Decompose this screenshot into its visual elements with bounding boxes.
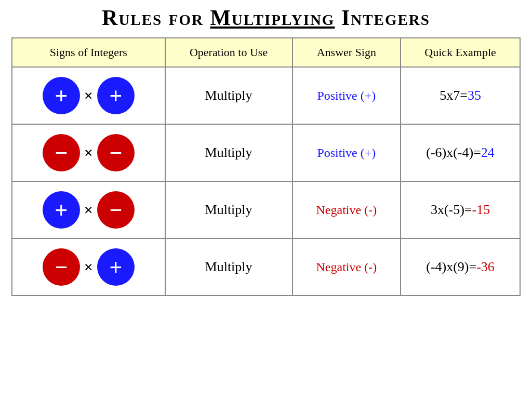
- example-cell-3: (-4)x(9)=-36: [401, 238, 520, 296]
- table-row: +×+MultiplyPositive (+)5x7=35: [12, 67, 520, 124]
- col-header-answer: Answer Sign: [292, 38, 401, 67]
- times-icon: ×: [84, 144, 93, 162]
- table-row: −×+MultiplyNegative (-)(-4)x(9)=-36: [12, 238, 520, 296]
- col-header-signs: Signs of Integers: [12, 38, 165, 67]
- col-header-operation: Operation to Use: [165, 38, 292, 67]
- example-text-0: 5x7=35: [440, 88, 481, 103]
- signs-cell-2: +×−: [12, 181, 165, 238]
- answer-sign-cell-2: Negative (-): [292, 181, 401, 238]
- red-circle-3-0: −: [43, 248, 80, 286]
- operation-cell-1: Multiply: [165, 124, 292, 181]
- blue-circle-0-0: +: [43, 77, 80, 114]
- operation-cell-2: Multiply: [165, 181, 292, 238]
- operation-text-2: Multiply: [205, 202, 252, 217]
- answer-sign-cell-1: Positive (+): [292, 124, 401, 181]
- red-circle-1-1: −: [97, 134, 135, 171]
- operation-text-0: Multiply: [205, 88, 252, 103]
- example-result-1: 24: [481, 145, 495, 160]
- col-header-example: Quick Example: [401, 38, 520, 67]
- example-cell-1: (-6)x(-4)=24: [401, 124, 520, 181]
- signs-cell-0: +×+: [12, 67, 165, 124]
- times-icon: ×: [84, 201, 93, 219]
- answer-sign-text-1: Positive (+): [317, 146, 376, 159]
- times-icon: ×: [84, 258, 93, 276]
- example-cell-2: 3x(-5)=-15: [401, 181, 520, 238]
- times-icon: ×: [84, 87, 93, 104]
- example-text-3: (-4)x(9)=-36: [426, 259, 495, 274]
- red-circle-1-0: −: [43, 134, 80, 171]
- answer-sign-text-2: Negative (-): [316, 203, 377, 217]
- answer-sign-text-0: Positive (+): [317, 89, 376, 102]
- page-container: Rules for Multiplying Integers Signs of …: [0, 0, 532, 399]
- operation-cell-0: Multiply: [165, 67, 292, 124]
- example-text-1: (-6)x(-4)=24: [426, 145, 495, 160]
- answer-sign-cell-3: Negative (-): [292, 238, 401, 296]
- operation-text-1: Multiply: [205, 145, 252, 160]
- title-underlined: Multiplying: [210, 6, 335, 30]
- example-cell-0: 5x7=35: [401, 67, 520, 124]
- blue-circle-2-0: +: [43, 191, 80, 229]
- answer-sign-text-3: Negative (-): [316, 260, 377, 274]
- example-text-2: 3x(-5)=-15: [431, 202, 490, 217]
- signs-cell-3: −×+: [12, 238, 165, 296]
- example-result-2: -15: [472, 202, 490, 217]
- red-circle-2-1: −: [97, 191, 135, 229]
- operation-text-3: Multiply: [205, 259, 252, 274]
- blue-circle-0-1: +: [97, 77, 135, 114]
- table-row: +×−MultiplyNegative (-)3x(-5)=-15: [12, 181, 520, 238]
- signs-cell-1: −×−: [12, 124, 165, 181]
- answer-sign-cell-0: Positive (+): [292, 67, 401, 124]
- table-row: −×−MultiplyPositive (+)(-6)x(-4)=24: [12, 124, 520, 181]
- main-title: Rules for Multiplying Integers: [102, 5, 430, 30]
- example-result-0: 35: [468, 88, 481, 103]
- example-result-3: -36: [476, 259, 495, 274]
- operation-cell-3: Multiply: [165, 238, 292, 296]
- blue-circle-3-1: +: [97, 248, 135, 286]
- rules-table: Signs of Integers Operation to Use Answe…: [11, 37, 521, 296]
